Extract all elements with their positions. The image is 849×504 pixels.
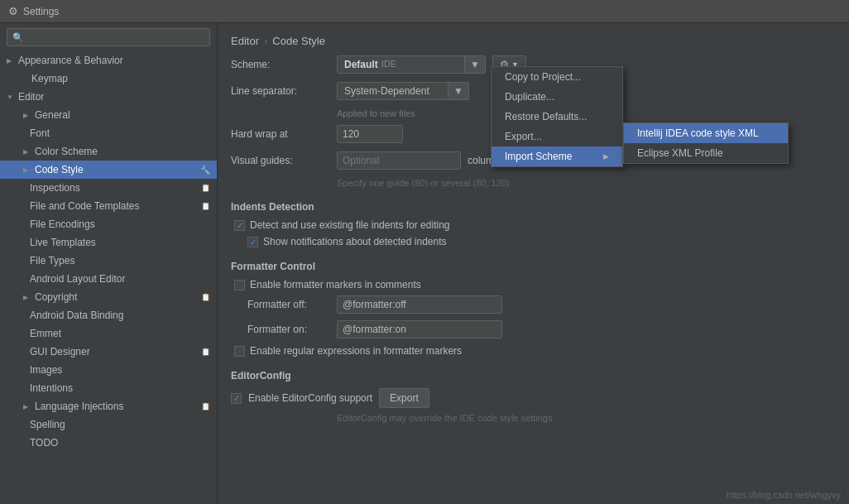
scheme-dropdown-arrow[interactable]: ▼: [464, 56, 485, 73]
languageinjections-badge: 📋: [201, 402, 210, 410]
dropdown-item-label: Restore Defaults...: [505, 111, 587, 122]
sidebar-item-guidesigner[interactable]: GUI Designer 📋: [0, 343, 217, 361]
sidebar-item-livetemplates[interactable]: Live Templates: [0, 233, 217, 252]
search-input[interactable]: [27, 31, 204, 43]
submenu-intellij-xml[interactable]: Intellij IDEA code style XML: [624, 123, 788, 143]
sidebar-item-label: Language Injections: [35, 401, 123, 412]
indents-detection-title: Indents Detection: [231, 201, 836, 213]
scheme-select[interactable]: Default IDE ▼: [337, 55, 486, 74]
sidebar-item-codestyle[interactable]: Code Style 🔧: [0, 161, 217, 179]
sidebar-item-fileencodings[interactable]: File Encodings: [0, 215, 217, 233]
sidebar-item-intentions[interactable]: Intentions: [0, 379, 217, 397]
editorconfig-title: EditorConfig: [231, 370, 836, 382]
formatter-off-label: Formatter off:: [247, 299, 330, 310]
sidebar-item-label: Inspections: [30, 182, 80, 194]
submenu-eclipse-xml[interactable]: Eclipse XML Profile: [624, 143, 788, 163]
dropdown-item-label: Import Scheme: [505, 151, 572, 162]
triangle-icon: [23, 166, 31, 174]
breadcrumb-separator: ›: [264, 35, 267, 47]
dropdown-copy-to-project[interactable]: Copy to Project...: [492, 67, 622, 87]
sidebar-item-label: Android Layout Editor: [30, 273, 125, 285]
sidebar-item-label: Intentions: [30, 382, 73, 394]
visual-guides-hint: Specify one guide (80) or several (80, 1…: [231, 178, 836, 188]
sidebar-item-label: File Encodings: [30, 218, 95, 230]
export-button[interactable]: Export: [379, 388, 429, 408]
triangle-icon: [23, 294, 31, 301]
sidebar-item-androidlayout[interactable]: Android Layout Editor: [0, 270, 217, 288]
title-bar-text: Settings: [23, 6, 59, 17]
search-box[interactable]: 🔍: [7, 28, 210, 46]
enable-regex-checkbox[interactable]: [234, 346, 245, 357]
title-bar: ⚙ Settings: [0, 0, 849, 23]
enable-formatter-label: Enable formatter markers in comments: [250, 279, 421, 290]
sidebar-item-label: Emmet: [30, 328, 61, 339]
formatter-off-row: Formatter off:: [231, 295, 836, 314]
visual-guides-input[interactable]: [337, 151, 461, 170]
sidebar-item-spelling[interactable]: Spelling: [0, 415, 217, 434]
guidesigner-badge: 📋: [201, 348, 210, 356]
enable-formatter-checkbox[interactable]: [234, 280, 245, 290]
scheme-select-value: Default IDE: [338, 56, 464, 73]
sidebar-item-inspections[interactable]: Inspections 📋: [0, 179, 217, 197]
sidebar-item-filecodetemplates[interactable]: File and Code Templates 📋: [0, 197, 217, 215]
dropdown-item-label: Duplicate...: [505, 91, 554, 103]
scheme-label: Scheme:: [231, 59, 330, 70]
settings-icon: ⚙: [8, 5, 18, 17]
sidebar-item-appearance[interactable]: Appearance & Behavior: [0, 51, 217, 70]
line-separator-select[interactable]: System-Dependent ▼: [337, 82, 469, 100]
templates-badge: 📋: [201, 202, 210, 210]
show-notifications-row: Show notifications about detected indent…: [231, 236, 836, 247]
sidebar-item-label: GUI Designer: [30, 346, 90, 358]
sidebar-item-editor[interactable]: Editor: [0, 88, 217, 106]
formatter-on-label: Formatter on:: [247, 324, 330, 335]
line-separator-text: System-Dependent: [344, 85, 429, 97]
visual-guides-label: Visual guides:: [231, 155, 330, 166]
inspections-badge: 📋: [201, 184, 210, 192]
dropdown-restore-defaults[interactable]: Restore Defaults...: [492, 107, 622, 127]
dropdown-import-scheme[interactable]: Import Scheme ▶: [492, 146, 622, 166]
triangle-icon: [7, 94, 15, 101]
sidebar-item-keymap[interactable]: Keymap: [0, 70, 217, 88]
submenu-item-label: Intellij IDEA code style XML: [637, 127, 759, 139]
sidebar-item-filetypes[interactable]: File Types: [0, 252, 217, 270]
editorconfig-checkbox[interactable]: [231, 393, 242, 404]
formatter-off-input[interactable]: [337, 295, 502, 314]
dropdown-item-label: Copy to Project...: [505, 71, 581, 83]
sidebar-item-images[interactable]: Images: [0, 361, 217, 379]
show-notifications-checkbox[interactable]: [247, 237, 258, 247]
triangle-icon: [23, 403, 31, 410]
copyright-badge: 📋: [201, 293, 210, 301]
sidebar-item-label: Editor: [18, 91, 44, 103]
breadcrumb-current: Code Style: [272, 35, 325, 47]
sidebar-item-androiddatabinding[interactable]: Android Data Binding: [0, 306, 217, 324]
dropdown-export[interactable]: Export...: [492, 127, 622, 146]
sidebar-item-copyright[interactable]: Copyright 📋: [0, 288, 217, 306]
sidebar-item-label: Copyright: [35, 291, 77, 303]
detect-indents-row: Detect and use existing file indents for…: [231, 219, 836, 231]
sidebar-item-emmet[interactable]: Emmet: [0, 324, 217, 343]
breadcrumb-parent: Editor: [231, 35, 259, 47]
sidebar-item-label: Code Style: [35, 164, 84, 175]
chevron-right-icon: ▶: [603, 152, 609, 161]
formatter-on-row: Formatter on:: [231, 320, 836, 338]
dropdown-duplicate[interactable]: Duplicate...: [492, 87, 622, 107]
detect-indents-checkbox[interactable]: [234, 220, 245, 231]
dropdown-item-label: Export...: [505, 131, 542, 142]
detect-indents-label: Detect and use existing file indents for…: [250, 219, 449, 231]
show-notifications-label: Show notifications about detected indent…: [263, 236, 446, 247]
sidebar-item-todo[interactable]: TODO: [0, 434, 217, 452]
scheme-value: Default: [344, 59, 378, 70]
sidebar-item-label: Font: [30, 127, 50, 139]
line-separator-arrow[interactable]: ▼: [448, 83, 468, 99]
sidebar-item-languageinjections[interactable]: Language Injections 📋: [0, 397, 217, 415]
formatter-on-input[interactable]: [337, 320, 502, 338]
sidebar-item-font[interactable]: Font: [0, 124, 217, 142]
sidebar-item-label: Keymap: [31, 73, 68, 84]
sidebar-item-label: General: [35, 109, 70, 121]
hard-wrap-input[interactable]: [337, 125, 403, 143]
sidebar-item-general[interactable]: General: [0, 106, 217, 124]
enable-regex-row: Enable regular expressions in formatter …: [231, 345, 836, 357]
sidebar-item-colorscheme[interactable]: Color Scheme: [0, 142, 217, 161]
bottom-url: https://blog.csdn.net/whgyxy: [727, 490, 841, 500]
sidebar-item-label: Appearance & Behavior: [18, 55, 123, 66]
